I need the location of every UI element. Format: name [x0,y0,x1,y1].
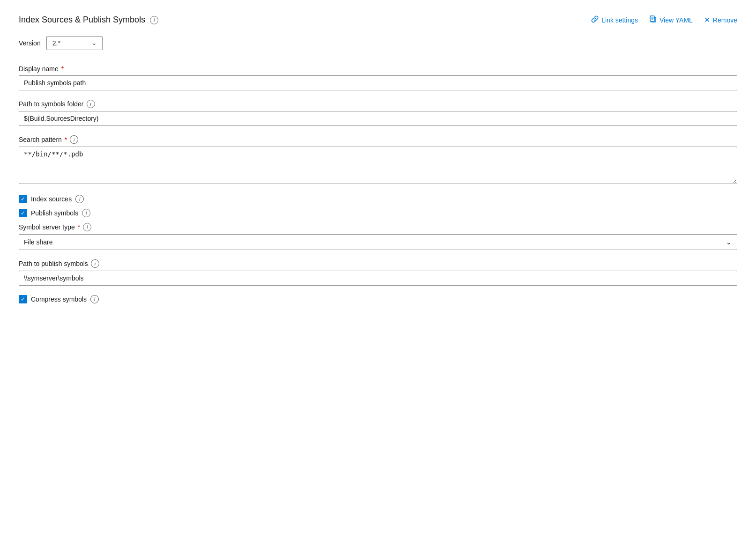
publish-symbols-checkbox[interactable]: ✓ [19,209,27,217]
version-label: Version [19,39,41,47]
path-symbols-folder-label: Path to symbols folder i [19,100,737,108]
symbol-server-type-label: Symbol server type * i [19,223,737,231]
symbol-server-type-select-wrapper: File share Azure Artifacts ⌄ [19,234,737,250]
index-sources-label: Index sources [31,195,72,203]
page-title: Index Sources & Publish Symbols [19,15,145,25]
remove-icon: ✕ [704,15,710,24]
view-yaml-button[interactable]: View YAML [649,15,693,25]
search-pattern-info-icon[interactable]: i [70,135,78,144]
path-publish-symbols-group: Path to publish symbols i [19,259,737,286]
header-actions: Link settings View YAML ✕ Remove [591,15,737,25]
title-group: Index Sources & Publish Symbols i [19,15,158,25]
compress-symbols-checkbox[interactable]: ✓ [19,295,27,303]
path-symbols-folder-group: Path to symbols folder i [19,100,737,126]
compress-symbols-info-icon[interactable]: i [90,295,99,303]
version-select[interactable]: 2.* ⌄ [46,36,103,50]
display-name-input[interactable] [19,75,737,90]
version-chevron-icon: ⌄ [92,40,96,46]
link-settings-button[interactable]: Link settings [591,15,638,25]
symbol-server-type-required: * [78,223,80,231]
search-pattern-input[interactable]: **/bin/**/*.pdb [19,147,737,184]
path-symbols-info-icon[interactable]: i [87,100,95,108]
path-publish-symbols-input[interactable] [19,271,737,286]
symbol-server-type-group: Symbol server type * i File share Azure … [19,223,737,250]
title-info-icon[interactable]: i [150,16,158,24]
path-symbols-folder-input[interactable] [19,111,737,126]
compress-symbols-checkmark: ✓ [21,296,25,302]
publish-symbols-label: Publish symbols [31,209,78,217]
publish-symbols-checkmark: ✓ [21,210,25,216]
version-value: 2.* [52,39,60,47]
publish-symbols-row: ✓ Publish symbols i [19,209,737,217]
remove-button[interactable]: ✕ Remove [704,15,737,24]
search-pattern-label: Search pattern * i [19,135,737,144]
index-sources-info-icon[interactable]: i [75,195,84,203]
display-name-required: * [61,65,64,73]
index-sources-checkbox[interactable]: ✓ [19,195,27,203]
index-sources-row: ✓ Index sources i [19,195,737,203]
page-header: Index Sources & Publish Symbols i Link s… [19,15,737,25]
path-publish-symbols-label: Path to publish symbols i [19,259,737,268]
search-pattern-group: Search pattern * i **/bin/**/*.pdb [19,135,737,185]
version-row: Version 2.* ⌄ [19,36,737,50]
path-publish-symbols-info-icon[interactable]: i [91,259,99,268]
search-pattern-required: * [65,136,67,143]
view-yaml-icon [649,15,657,25]
index-sources-checkmark: ✓ [21,196,25,202]
symbol-server-type-info-icon[interactable]: i [83,223,91,231]
symbol-server-type-select[interactable]: File share Azure Artifacts [19,234,737,250]
link-settings-label: Link settings [601,16,638,24]
view-yaml-label: View YAML [660,16,693,24]
display-name-group: Display name * [19,65,737,90]
display-name-label: Display name * [19,65,737,73]
compress-symbols-row: ✓ Compress symbols i [19,295,737,303]
remove-label: Remove [713,16,737,24]
compress-symbols-label: Compress symbols [31,295,87,303]
link-settings-icon [591,15,599,25]
publish-symbols-info-icon[interactable]: i [82,209,90,217]
